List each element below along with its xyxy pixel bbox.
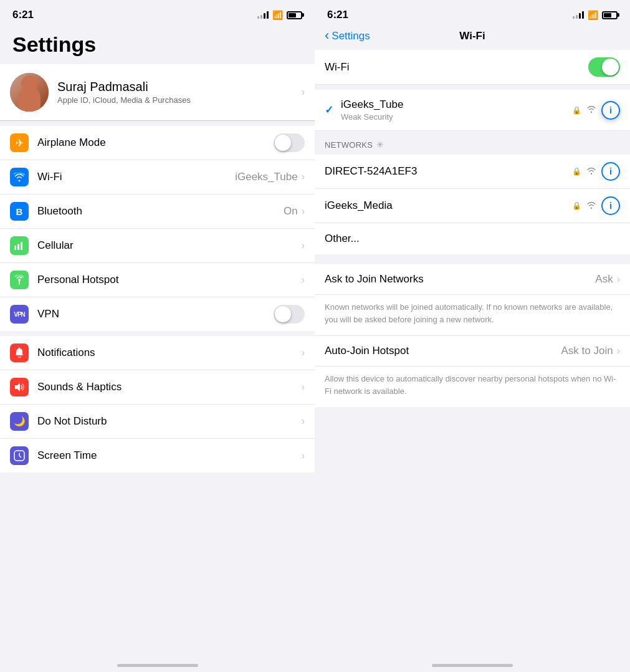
hotspot-item[interactable]: Personal Hotspot › bbox=[0, 263, 315, 297]
notifications-label: Notifications bbox=[37, 347, 302, 359]
sounds-label: Sounds & Haptics bbox=[37, 381, 302, 393]
vpn-item[interactable]: VPN VPN bbox=[0, 297, 315, 331]
network-name: iGeeks_Media bbox=[325, 199, 572, 212]
bluetooth-item[interactable]: B Bluetooth On › bbox=[0, 194, 315, 229]
hotspot-icon bbox=[10, 271, 29, 289]
network-icons: 🔒 i bbox=[572, 162, 620, 181]
dnd-icon: 🌙 bbox=[10, 412, 29, 431]
back-chevron-icon: ‹ bbox=[325, 29, 329, 42]
network-item[interactable]: iGeeks_Media 🔒 i bbox=[315, 189, 630, 223]
wifi-toggle-row[interactable]: Wi-Fi bbox=[315, 50, 630, 85]
settings-heading: Settings bbox=[12, 32, 302, 57]
connected-network-info: iGeeks_Tube Weak Security bbox=[341, 98, 572, 122]
sounds-item[interactable]: Sounds & Haptics › bbox=[0, 370, 315, 405]
networks-label: NETWORKS bbox=[325, 140, 373, 150]
profile-row[interactable]: Suraj Padmasali Apple ID, iCloud, Media … bbox=[0, 64, 315, 121]
network-lock-icon: 🔒 bbox=[572, 167, 581, 176]
profile-subtitle: Apple ID, iCloud, Media & Purchases bbox=[57, 95, 293, 105]
other-network-label: Other... bbox=[325, 233, 620, 245]
screentime-label: Screen Time bbox=[37, 449, 302, 462]
system-group: Notifications › Sounds & Haptics › 🌙 Do … bbox=[0, 336, 315, 473]
battery-icon-right bbox=[602, 11, 618, 19]
cellular-icon bbox=[10, 236, 29, 255]
status-bar-left: 6:21 📶 bbox=[0, 0, 315, 26]
ask-to-join-row[interactable]: Ask to Join Networks Ask › bbox=[315, 264, 630, 295]
bluetooth-icon: B bbox=[10, 202, 29, 221]
wifi-toggle[interactable] bbox=[588, 57, 620, 77]
loading-icon: ✳ bbox=[376, 140, 384, 150]
bluetooth-value: On bbox=[284, 205, 298, 218]
dnd-item[interactable]: 🌙 Do Not Disturb › bbox=[0, 405, 315, 439]
time-right: 6:21 bbox=[327, 9, 348, 21]
screentime-item[interactable]: Screen Time › bbox=[0, 439, 315, 473]
connected-info-button[interactable]: i bbox=[601, 101, 620, 120]
connected-network-name: iGeeks_Tube bbox=[341, 98, 572, 111]
wifi-toggle-label: Wi-Fi bbox=[325, 61, 588, 74]
cellular-label: Cellular bbox=[37, 239, 302, 252]
nav-bar: ‹ Settings Wi-Fi bbox=[315, 26, 630, 50]
network-icons: 🔒 i bbox=[572, 196, 620, 215]
ask-to-join-chevron: › bbox=[617, 274, 620, 285]
time-left: 6:21 bbox=[12, 9, 34, 21]
connected-network-icons: 🔒 i bbox=[572, 101, 620, 120]
network-list: DIRECT-524A1EF3 🔒 i iGeeks_Media bbox=[315, 155, 630, 254]
ask-to-join-section: Ask to Join Networks Ask › Known network… bbox=[315, 264, 630, 335]
sounds-chevron: › bbox=[302, 382, 305, 393]
wifi-value: iGeeks_Tube bbox=[235, 171, 297, 183]
screentime-icon bbox=[10, 446, 29, 465]
auto-join-row[interactable]: Auto-Join Hotspot Ask to Join › bbox=[315, 335, 630, 367]
wifi-chevron: › bbox=[302, 171, 305, 183]
ask-to-join-description: Known networks will be joined automatica… bbox=[315, 295, 630, 335]
airplane-toggle[interactable] bbox=[274, 133, 305, 152]
settings-panel: 6:21 📶 Settings Suraj Padmasali Apple ID… bbox=[0, 0, 315, 672]
info-icon: i bbox=[609, 201, 612, 211]
vpn-icon: VPN bbox=[10, 305, 29, 324]
auto-join-label: Auto-Join Hotspot bbox=[325, 345, 561, 357]
auto-join-value: Ask to Join bbox=[561, 345, 613, 357]
notifications-item[interactable]: Notifications › bbox=[0, 336, 315, 370]
wifi-panel: 6:21 📶 ‹ Settings Wi-Fi Wi-Fi ✓ iG bbox=[315, 0, 630, 672]
cellular-chevron: › bbox=[302, 240, 305, 251]
info-icon: i bbox=[609, 105, 612, 115]
network-item[interactable]: DIRECT-524A1EF3 🔒 i bbox=[315, 155, 630, 189]
info-icon: i bbox=[609, 166, 612, 176]
svg-marker-5 bbox=[15, 383, 20, 391]
lock-icon: 🔒 bbox=[572, 106, 581, 115]
connected-network-section: ✓ iGeeks_Tube Weak Security 🔒 i bbox=[315, 90, 630, 131]
vpn-toggle[interactable] bbox=[274, 305, 305, 324]
other-network-item[interactable]: Other... bbox=[315, 223, 630, 254]
wifi-item[interactable]: Wi-Fi iGeeks_Tube › bbox=[0, 160, 315, 194]
hotspot-chevron: › bbox=[302, 274, 305, 286]
connected-network-security: Weak Security bbox=[341, 112, 572, 122]
notifications-icon bbox=[10, 343, 29, 362]
wifi-status-icon-right: 📶 bbox=[588, 10, 598, 20]
auto-join-section: Auto-Join Hotspot Ask to Join › Allow th… bbox=[315, 335, 630, 407]
network-name: DIRECT-524A1EF3 bbox=[325, 165, 572, 178]
wifi-icon bbox=[10, 168, 29, 186]
cellular-item[interactable]: Cellular › bbox=[0, 229, 315, 263]
vpn-label: VPN bbox=[37, 308, 274, 320]
connected-network-item[interactable]: ✓ iGeeks_Tube Weak Security 🔒 i bbox=[315, 90, 630, 131]
home-indicator-right bbox=[432, 664, 513, 667]
battery-icon bbox=[287, 11, 302, 19]
network-info-button[interactable]: i bbox=[601, 162, 620, 181]
networks-section-header: NETWORKS ✳ bbox=[315, 131, 630, 155]
avatar bbox=[10, 73, 49, 112]
svg-rect-0 bbox=[14, 246, 16, 250]
airplane-label: Airplane Mode bbox=[37, 137, 274, 149]
settings-title-section: Settings bbox=[0, 26, 315, 64]
hotspot-label: Personal Hotspot bbox=[37, 274, 302, 286]
back-button[interactable]: ‹ Settings bbox=[325, 30, 370, 42]
wifi-signal-icon bbox=[586, 105, 596, 115]
wifi-label: Wi-Fi bbox=[37, 171, 235, 183]
bluetooth-chevron: › bbox=[302, 206, 305, 217]
auto-join-chevron: › bbox=[617, 345, 620, 357]
screentime-chevron: › bbox=[302, 450, 305, 461]
auto-join-description: Allow this device to automatically disco… bbox=[315, 367, 630, 407]
airplane-icon: ✈ bbox=[10, 133, 29, 152]
airplane-mode-item[interactable]: ✈ Airplane Mode bbox=[0, 126, 315, 160]
ask-to-join-value: Ask bbox=[595, 273, 613, 286]
connectivity-group: ✈ Airplane Mode Wi-Fi iGeeks_Tube › B bbox=[0, 126, 315, 331]
network-info-button[interactable]: i bbox=[601, 196, 620, 215]
ask-to-join-label: Ask to Join Networks bbox=[325, 273, 595, 286]
